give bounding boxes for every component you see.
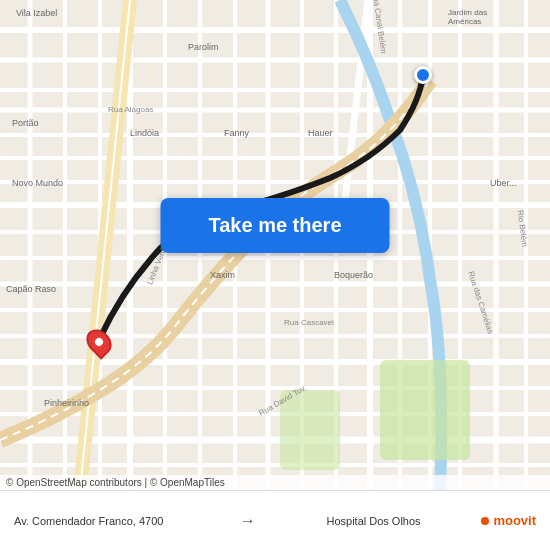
destination-label: Hospital Dos Olhos <box>266 515 482 527</box>
map-container: Vila Izabel Portão Novo Mundo Capão Raso… <box>0 0 550 490</box>
moovit-logo: moovit <box>481 513 536 528</box>
moovit-text: moovit <box>493 513 536 528</box>
origin-pin <box>88 328 110 356</box>
map-attribution: © OpenStreetMap contributors | © OpenMap… <box>0 475 550 490</box>
destination-pin <box>414 66 432 84</box>
bottom-bar: Av. Comendador Franco, 4700 → Hospital D… <box>0 490 550 550</box>
origin-label: Av. Comendador Franco, 4700 <box>14 515 230 527</box>
take-me-there-button[interactable]: Take me there <box>160 198 389 253</box>
direction-arrow-icon: → <box>240 512 256 530</box>
moovit-dot-icon <box>481 517 489 525</box>
